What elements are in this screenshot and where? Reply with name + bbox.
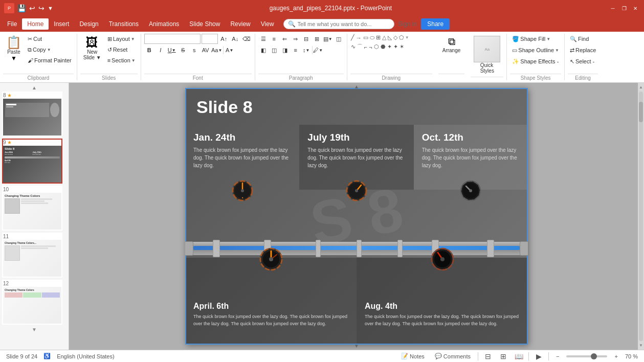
- shape-hexagon[interactable]: ⬡: [373, 43, 380, 51]
- comments-button[interactable]: 💬 Comments: [432, 352, 474, 360]
- justify-button[interactable]: ≡: [291, 45, 301, 55]
- scroll-handle[interactable]: [639, 102, 643, 122]
- slide-thumb-11[interactable]: 11 Changing Theme Colors...: [2, 233, 62, 278]
- find-button[interactable]: 🔍 Find: [568, 34, 591, 44]
- scroll-down-button[interactable]: ▼: [638, 342, 644, 349]
- font-size-input[interactable]: 18: [202, 34, 218, 44]
- align-left-button[interactable]: ◧: [258, 45, 269, 55]
- shape-effects-button[interactable]: ✨ Shape Effects -: [510, 56, 561, 66]
- decrease-indent-button[interactable]: ⇐: [280, 34, 290, 44]
- quick-access-redo[interactable]: ↪: [38, 4, 45, 12]
- text-direction-button[interactable]: ⊞: [312, 34, 322, 44]
- shape-outline-button[interactable]: ▭ Shape Outline ▼: [510, 45, 561, 55]
- shape-triangle[interactable]: △: [382, 34, 387, 41]
- shrink-font-button[interactable]: A↓: [230, 34, 240, 44]
- shape-more[interactable]: ⊞: [375, 34, 381, 41]
- slide-thumb-12[interactable]: 12 Changing Theme Colors: [2, 280, 62, 325]
- cut-button[interactable]: ✂ Cut: [26, 34, 74, 44]
- font-name-input[interactable]: [144, 34, 201, 44]
- align-right-button[interactable]: ◨: [280, 45, 290, 55]
- slide-thumb-10[interactable]: 10 Changing Theme Colors: [2, 186, 62, 231]
- menu-review[interactable]: Review: [225, 18, 255, 30]
- menu-slideshow[interactable]: Slide Show: [184, 18, 225, 30]
- close-button[interactable]: ✕: [631, 4, 640, 13]
- shape-star5[interactable]: ✦: [393, 43, 398, 51]
- shape-pentagon[interactable]: ⬠: [398, 34, 405, 41]
- minimize-button[interactable]: ─: [608, 4, 617, 13]
- signin-button[interactable]: Sign in: [398, 20, 417, 28]
- change-case-button[interactable]: Aa ▼: [212, 45, 222, 55]
- search-input[interactable]: [298, 21, 390, 27]
- replace-button[interactable]: ⇄ Replace: [568, 45, 598, 55]
- menu-home[interactable]: Home: [22, 18, 49, 30]
- quick-access-customize[interactable]: ▼: [48, 5, 53, 11]
- slideshow-button[interactable]: ▶: [533, 352, 544, 361]
- reading-view-button[interactable]: 📖: [513, 352, 524, 361]
- shape-conn1[interactable]: ⌐: [364, 43, 368, 51]
- quick-access-save[interactable]: 💾: [17, 4, 26, 12]
- accessibility-icon[interactable]: ♿: [43, 353, 51, 359]
- line-spacing-button[interactable]: ↕ ▼: [301, 45, 312, 55]
- shape-rect[interactable]: ▭: [363, 34, 369, 41]
- copy-button[interactable]: ⧉ Copy ▼: [26, 44, 74, 55]
- increase-indent-button[interactable]: ⇒: [291, 34, 301, 44]
- numbering-button[interactable]: ≡: [269, 34, 279, 44]
- shape-curve[interactable]: ⌒: [357, 42, 363, 51]
- clear-formatting-button[interactable]: ⌫: [241, 34, 252, 44]
- font-color-button[interactable]: A ▼: [225, 45, 235, 55]
- italic-button[interactable]: I: [156, 45, 166, 55]
- shape-rtriangle[interactable]: ◺: [387, 34, 392, 41]
- shape-freeform[interactable]: ∿: [350, 43, 356, 51]
- canvas-scroll-up[interactable]: ▲: [354, 84, 359, 89]
- scroll-up-button[interactable]: ▲: [638, 84, 644, 90]
- zoom-in-button[interactable]: +: [611, 353, 620, 360]
- menu-animations[interactable]: Animations: [144, 18, 184, 30]
- notes-button[interactable]: 📝 Notes: [398, 352, 428, 360]
- new-slide-button[interactable]: 🖼 NewSlide ▼: [80, 34, 104, 62]
- shape-star6[interactable]: ✶: [399, 43, 405, 51]
- shape-oval[interactable]: ⬭: [369, 34, 375, 41]
- search-box[interactable]: 🔍: [283, 19, 394, 29]
- menu-file[interactable]: File: [2, 18, 22, 30]
- shape-diamond[interactable]: ◇: [393, 34, 398, 41]
- bullets-button[interactable]: ☰: [258, 34, 269, 44]
- slide-thumb-8[interactable]: 8 ★: [2, 92, 62, 137]
- arrange-button[interactable]: ⧉ Arrange: [438, 34, 465, 55]
- menu-view[interactable]: View: [256, 18, 279, 30]
- smartart-button[interactable]: ◫: [334, 34, 344, 44]
- reset-button[interactable]: ↺ Reset: [105, 44, 138, 55]
- zoom-thumb[interactable]: [591, 353, 597, 359]
- canvas-scroll-down[interactable]: ▼: [354, 343, 359, 349]
- shape-arrow[interactable]: →: [356, 34, 362, 41]
- panel-scroll-up[interactable]: ▲: [2, 85, 66, 90]
- underline-button[interactable]: U ▼: [167, 45, 177, 55]
- slide-thumb-9[interactable]: 9 ★ Slide 8 Jan.24th text text text July…: [2, 139, 62, 184]
- shadow-button[interactable]: s: [189, 45, 199, 55]
- panel-scroll-down[interactable]: ▼: [2, 327, 66, 332]
- shape-line[interactable]: ╱: [350, 34, 355, 41]
- quick-access-undo[interactable]: ↩: [29, 4, 35, 12]
- shape-star4[interactable]: ✦: [387, 43, 392, 51]
- slide-sorter-button[interactable]: ⊞: [498, 352, 509, 361]
- shape-conn2[interactable]: ¬: [368, 43, 372, 51]
- grow-font-button[interactable]: A↑: [219, 34, 229, 44]
- restore-button[interactable]: ❐: [619, 4, 629, 13]
- format-painter-button[interactable]: 🖌 Format Painter: [26, 55, 74, 65]
- select-button[interactable]: ↖ Select -: [568, 56, 596, 66]
- char-spacing-button[interactable]: AV: [201, 45, 211, 55]
- bold-button[interactable]: B: [144, 45, 154, 55]
- shape-octagon[interactable]: ⬣: [380, 43, 386, 51]
- shape-fill-button[interactable]: 🪣 Shape Fill ▼: [510, 34, 552, 44]
- zoom-out-button[interactable]: −: [553, 353, 562, 360]
- zoom-slider[interactable]: [566, 355, 607, 357]
- highlight-button[interactable]: 🖊 ▼: [313, 45, 323, 55]
- share-button[interactable]: Share: [421, 18, 450, 30]
- layout-button[interactable]: ⊞ Layout ▼: [105, 34, 138, 44]
- paste-button[interactable]: 📋 Paste ▼: [3, 34, 25, 64]
- menu-design[interactable]: Design: [74, 18, 103, 30]
- align-text-button[interactable]: ▤ ▼: [323, 34, 333, 44]
- strikethrough-button[interactable]: S: [178, 45, 188, 55]
- normal-view-button[interactable]: ⊟: [482, 352, 494, 361]
- menu-insert[interactable]: Insert: [49, 18, 74, 30]
- menu-transitions[interactable]: Transitions: [104, 18, 144, 30]
